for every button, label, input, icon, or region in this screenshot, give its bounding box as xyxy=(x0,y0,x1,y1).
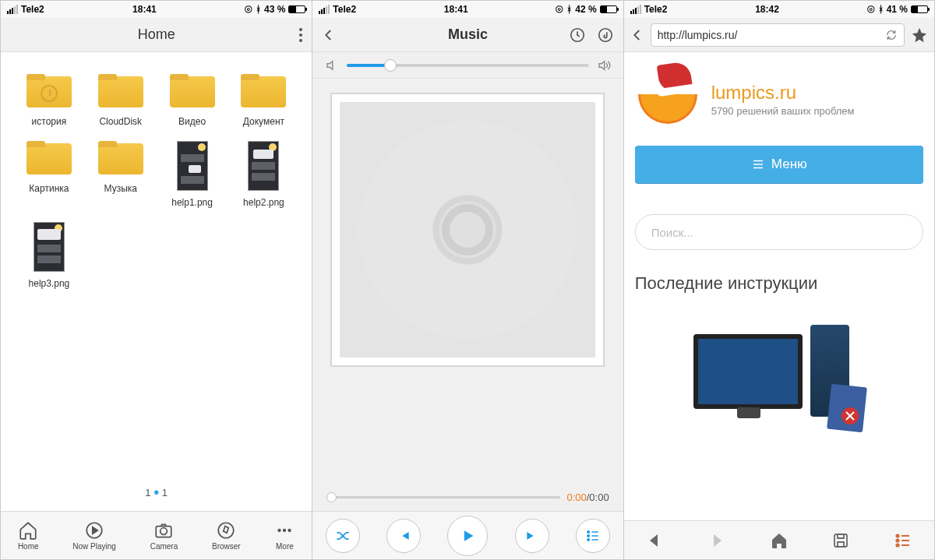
page-title: Music xyxy=(448,26,488,43)
folder-pictures[interactable]: Картинка xyxy=(17,141,81,208)
nav-home-icon[interactable] xyxy=(770,531,789,550)
bluetooth-icon: ᚼ xyxy=(878,4,884,15)
menu-button[interactable]: Меню xyxy=(635,146,923,183)
carrier-label: Tele2 xyxy=(21,4,44,15)
queue-button[interactable] xyxy=(576,519,610,553)
status-bar: Tele2 18:41 ⦾ ᚼ 43 % xyxy=(1,1,312,18)
article-illustration xyxy=(686,319,873,428)
search-placeholder: Поиск... xyxy=(651,226,693,239)
site-logo-icon xyxy=(638,68,700,130)
more-icon xyxy=(274,520,295,541)
nav-forward-icon[interactable] xyxy=(707,531,726,550)
folder-icon xyxy=(170,74,215,110)
file-help3[interactable]: help3.png xyxy=(17,222,81,289)
signal-icon xyxy=(319,5,330,14)
svg-point-15 xyxy=(897,544,899,546)
tab-browser[interactable]: Browser xyxy=(212,520,241,551)
clock: 18:41 xyxy=(444,4,468,15)
image-thumb xyxy=(34,222,65,272)
battery-pct: 41 % xyxy=(887,4,908,15)
signal-icon xyxy=(7,5,18,14)
file-grid-area: история CloudDisk Видео Документ Картинк… xyxy=(1,52,312,511)
alarm-icon: ⦾ xyxy=(867,4,875,15)
hamburger-icon xyxy=(751,157,765,171)
page-title: Home xyxy=(138,26,175,43)
carrier-label: Tele2 xyxy=(644,4,668,15)
compass-icon xyxy=(216,520,236,541)
clock: 18:42 xyxy=(755,4,779,15)
folder-icon xyxy=(26,74,72,110)
alarm-icon: ⦾ xyxy=(556,4,563,15)
svg-point-13 xyxy=(897,534,899,537)
header: Home xyxy=(1,18,312,52)
folder-document[interactable]: Документ xyxy=(231,74,295,127)
url-text: http://lumpics.ru/ xyxy=(658,29,885,41)
seek-row: 0:00/0:00 xyxy=(312,491,623,503)
next-button[interactable] xyxy=(515,519,549,553)
header: Music xyxy=(312,18,623,52)
image-thumb xyxy=(248,141,279,191)
bluetooth-icon: ᚼ xyxy=(256,4,261,15)
playlist-icon[interactable] xyxy=(597,26,614,44)
site-tagline: 5790 решений ваших проблем xyxy=(711,105,855,117)
folder-icon xyxy=(26,141,72,177)
back-icon[interactable] xyxy=(322,28,336,42)
svg-point-14 xyxy=(897,539,899,541)
tab-now-playing[interactable]: Now Playing xyxy=(72,520,116,551)
svg-point-4 xyxy=(278,529,281,532)
screen-music: Tele2 18:41 ⦾ ᚼ 42 % Music xyxy=(312,1,623,559)
battery-icon xyxy=(288,5,305,13)
menu-icon[interactable] xyxy=(299,28,302,42)
battery-pct: 43 % xyxy=(264,4,285,15)
site-logo-row: lumpics.ru 5790 решений ваших проблем xyxy=(635,63,923,146)
tab-camera[interactable]: Camera xyxy=(150,520,178,551)
volume-up-icon[interactable] xyxy=(597,58,611,72)
folder-icon xyxy=(98,74,143,110)
folder-icon xyxy=(98,141,143,177)
folder-history[interactable]: история xyxy=(17,74,81,127)
folder-clouddisk[interactable]: CloudDisk xyxy=(89,74,153,127)
tab-more[interactable]: More xyxy=(274,520,295,551)
back-icon[interactable] xyxy=(630,28,644,42)
tab-home[interactable]: Home xyxy=(18,520,39,551)
status-bar: Tele2 18:41 ⦾ ᚼ 42 % xyxy=(312,1,623,18)
seek-slider[interactable] xyxy=(326,496,560,498)
file-help2[interactable]: help2.png xyxy=(231,141,295,208)
svg-point-2 xyxy=(161,528,168,535)
nav-back-icon[interactable] xyxy=(645,531,664,550)
prev-button[interactable] xyxy=(386,519,421,553)
screen-home: Tele2 18:41 ⦾ ᚼ 43 % Home история CloudD… xyxy=(1,1,312,559)
album-art-frame xyxy=(330,93,605,367)
clock: 18:41 xyxy=(132,4,157,15)
play-circle-icon xyxy=(84,520,104,541)
volume-slider[interactable] xyxy=(347,64,588,67)
camera-icon xyxy=(153,520,174,541)
save-icon[interactable] xyxy=(831,531,850,550)
browser-toolbar xyxy=(624,520,934,559)
site-name: lumpics.ru xyxy=(711,82,855,104)
folder-icon xyxy=(241,74,286,110)
folder-video[interactable]: Видео xyxy=(161,74,224,127)
reload-icon[interactable] xyxy=(885,29,898,41)
section-heading: Последние инструкции xyxy=(635,273,923,294)
web-content[interactable]: lumpics.ru 5790 решений ваших проблем Ме… xyxy=(624,52,934,520)
file-help1[interactable]: help1.png xyxy=(161,141,224,208)
page-indicator: 1 • 1 xyxy=(1,484,312,502)
status-bar: Tele2 18:42 ⦾ ᚼ 41 % xyxy=(624,1,934,18)
shuffle-button[interactable] xyxy=(326,519,360,553)
play-button[interactable] xyxy=(447,516,488,556)
list-icon[interactable] xyxy=(894,531,912,550)
volume-row xyxy=(312,52,623,79)
star-icon[interactable] xyxy=(911,26,928,44)
player-body: 0:00/0:00 xyxy=(312,79,623,559)
signal-icon xyxy=(630,5,641,14)
battery-icon xyxy=(600,5,617,13)
svg-rect-12 xyxy=(834,534,847,547)
folder-music[interactable]: Музыка xyxy=(89,141,153,208)
carrier-label: Tele2 xyxy=(333,4,356,15)
search-input[interactable]: Поиск... xyxy=(635,214,923,250)
history-icon[interactable] xyxy=(569,26,586,44)
svg-point-9 xyxy=(587,530,590,533)
volume-mute-icon[interactable] xyxy=(325,58,339,72)
address-bar[interactable]: http://lumpics.ru/ xyxy=(651,23,905,47)
